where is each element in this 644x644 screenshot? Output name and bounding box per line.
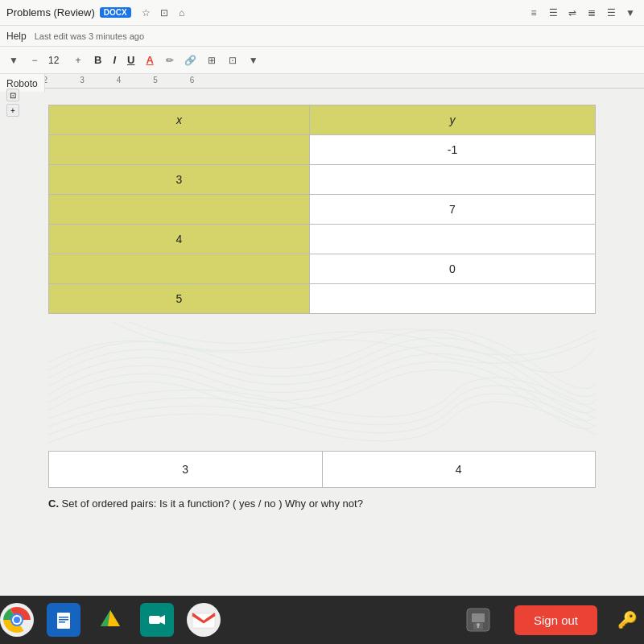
- document-area: Problems (Review) DOCX ☆ ⊡ ⌂ ≡ ☰ ⇌ ≣ ☰ ▼…: [0, 0, 644, 596]
- table-row: 7: [49, 195, 596, 225]
- cell-x0: [49, 135, 310, 165]
- dropdown-icon[interactable]: ▼: [246, 53, 261, 68]
- italic-button[interactable]: I: [110, 54, 118, 66]
- table-header-row: x y: [49, 105, 596, 135]
- svg-rect-18: [149, 616, 160, 624]
- table-icon[interactable]: ⊞: [204, 53, 219, 68]
- link-icon[interactable]: 🔗: [184, 53, 198, 68]
- cell-y3: [310, 225, 596, 254]
- header-y: y: [310, 105, 596, 135]
- font-name[interactable]: Roboto: [6, 78, 38, 89]
- cell-x3: 4: [49, 225, 310, 254]
- lock-screen-icon[interactable]: [461, 603, 495, 637]
- taskbar: Sign out 🔑: [0, 596, 644, 644]
- indent-right-icon[interactable]: ☰: [604, 6, 618, 20]
- question-label: C.: [48, 497, 59, 510]
- table-row: 4: [49, 225, 596, 254]
- docs-icon[interactable]: [47, 603, 80, 637]
- data-table: x y -1 3 7 4 0: [48, 105, 596, 314]
- cell-x5: 5: [49, 284, 310, 314]
- underline-button[interactable]: U: [125, 54, 137, 66]
- cell-y2: 7: [310, 195, 596, 225]
- cell-y5: [310, 284, 596, 314]
- doc-content: x y -1 3 7 4 0: [0, 89, 644, 527]
- sidebar-toggle: ⊡ +: [6, 89, 19, 117]
- bottom-cell-2: 4: [322, 452, 596, 488]
- cell-x1: 3: [49, 165, 310, 195]
- arrow-down-icon[interactable]: ▼: [6, 53, 21, 68]
- drive-icon[interactable]: [93, 603, 127, 637]
- cell-y1: [310, 165, 596, 195]
- key-icon[interactable]: 🔑: [610, 603, 644, 637]
- svg-rect-6: [59, 617, 68, 618]
- align-icon[interactable]: ≡: [526, 6, 541, 20]
- sidebar-btn-2[interactable]: +: [6, 104, 19, 117]
- svg-rect-24: [472, 613, 485, 622]
- image-icon[interactable]: ⊡: [225, 53, 240, 68]
- svg-rect-8: [59, 621, 65, 623]
- book-icon[interactable]: ⊡: [157, 6, 171, 20]
- doc-title: Problems (Review): [6, 6, 95, 19]
- svg-point-3: [14, 617, 20, 623]
- color-a-button[interactable]: A: [143, 54, 155, 66]
- plus-icon[interactable]: +: [71, 53, 85, 68]
- docx-badge: DOCX: [100, 7, 131, 18]
- sign-out-button[interactable]: Sign out: [514, 605, 597, 635]
- svg-rect-5: [57, 613, 70, 629]
- bottom-cell-1: 3: [49, 452, 323, 488]
- toolbar-icons: ☆ ⊡ ⌂: [139, 6, 189, 20]
- table-row: 0: [49, 254, 596, 284]
- gmail-icon[interactable]: [187, 603, 221, 637]
- menu-down-icon[interactable]: ▼: [623, 6, 638, 20]
- meet-icon[interactable]: [140, 603, 174, 637]
- table-row: 3: [49, 165, 596, 195]
- question-text: C. Set of ordered pairs: Is it a functio…: [48, 494, 596, 513]
- toolbar-top: Problems (Review) DOCX ☆ ⊡ ⌂ ≡ ☰ ⇌ ≣ ☰ ▼: [0, 0, 644, 26]
- ruler: 123456: [0, 74, 644, 89]
- pencil-icon[interactable]: ✏: [163, 53, 177, 68]
- minus-icon[interactable]: −: [27, 53, 42, 68]
- list-icon[interactable]: ☰: [546, 6, 560, 20]
- watermark-area: [48, 322, 596, 451]
- cell-x2: [49, 195, 310, 225]
- question-body: Set of ordered pairs: Is it a function? …: [59, 497, 363, 510]
- chrome-icon[interactable]: [0, 603, 34, 637]
- sidebar-btn-1[interactable]: ⊡: [6, 89, 19, 101]
- toolbar-format: ▼ − 12 + B I U A ✏ 🔗 ⊞ ⊡ ▼: [0, 47, 644, 74]
- bold-button[interactable]: B: [92, 54, 104, 66]
- cell-y4: 0: [310, 254, 596, 284]
- header-x: x: [49, 105, 310, 135]
- watermark-svg: [48, 322, 596, 451]
- toolbar-second: Help Last edit was 3 minutes ago: [0, 26, 644, 47]
- cell-y0: -1: [310, 135, 596, 165]
- table-row: 5: [49, 284, 596, 314]
- font-size[interactable]: 12: [48, 55, 64, 66]
- bottom-table-row: 3 4: [49, 452, 596, 488]
- bottom-table: 3 4: [48, 451, 596, 488]
- svg-rect-27: [477, 625, 479, 628]
- help-menu[interactable]: Help: [6, 31, 27, 42]
- svg-rect-7: [59, 619, 68, 621]
- cell-x4: [49, 254, 310, 284]
- cloud-icon[interactable]: ⌂: [175, 6, 189, 20]
- table-row: -1: [49, 135, 596, 165]
- toolbar-right: ≡ ☰ ⇌ ≣ ☰ ▼: [526, 6, 638, 20]
- indent-icon[interactable]: ⇌: [565, 6, 580, 20]
- list-alt-icon[interactable]: ≣: [584, 6, 599, 20]
- last-edit-text: Last edit was 3 minutes ago: [35, 31, 144, 41]
- star-icon[interactable]: ☆: [139, 6, 154, 20]
